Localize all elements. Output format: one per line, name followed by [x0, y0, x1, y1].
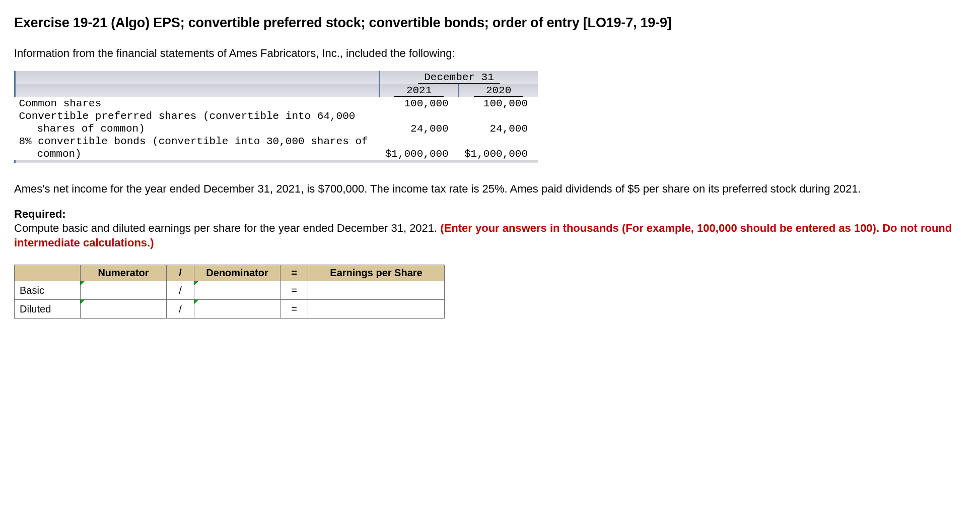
date-header: December 31	[418, 72, 500, 84]
row-common-2020: 100,000	[459, 97, 538, 110]
required-label: Required:	[14, 208, 966, 221]
intro-paragraph: Information from the financial statement…	[14, 47, 966, 60]
diluted-numerator-input[interactable]	[81, 300, 167, 319]
row-pref-2021: 24,000	[379, 122, 458, 135]
row-bond-2020: $1,000,000	[459, 148, 538, 160]
financial-data-table: December 31 2021 2020 Common shares 100,…	[14, 71, 538, 163]
exercise-title: Exercise 19-21 (Algo) EPS; convertible p…	[14, 15, 966, 31]
row-diluted-label: Diluted	[15, 300, 81, 319]
row-pref-label-2: shares of common)	[15, 122, 380, 135]
row-basic-label: Basic	[15, 281, 81, 300]
diluted-eps-output	[308, 300, 445, 319]
year-2021: 2021	[394, 85, 444, 97]
required-text-plain: Compute basic and diluted earnings per s…	[14, 222, 440, 234]
row-common-label: Common shares	[15, 97, 380, 110]
hdr-divide: /	[167, 265, 194, 281]
row-common-2021: 100,000	[379, 97, 458, 110]
diluted-denominator-input[interactable]	[194, 300, 281, 319]
basic-denominator-input[interactable]	[194, 281, 281, 300]
hdr-numerator: Numerator	[81, 265, 167, 281]
netincome-paragraph: Ames's net income for the year ended Dec…	[14, 181, 966, 197]
basic-divide: /	[167, 281, 194, 300]
hdr-denominator: Denominator	[194, 265, 281, 281]
diluted-divide: /	[167, 300, 194, 319]
row-bond-label-1: 8% convertible bonds (convertible into 3…	[15, 135, 380, 148]
row-pref-2020: 24,000	[459, 122, 538, 135]
year-2020: 2020	[474, 85, 523, 97]
hdr-equals: =	[281, 265, 308, 281]
basic-equals: =	[281, 281, 308, 300]
diluted-equals: =	[281, 300, 308, 319]
row-pref-label-1: Convertible preferred shares (convertibl…	[15, 110, 380, 122]
answer-table: Numerator / Denominator = Earnings per S…	[14, 265, 445, 319]
required-text: Compute basic and diluted earnings per s…	[14, 221, 966, 250]
row-bond-label-2: common)	[15, 148, 380, 160]
basic-numerator-input[interactable]	[81, 281, 167, 300]
hdr-eps: Earnings per Share	[308, 265, 445, 281]
basic-eps-output	[308, 281, 445, 300]
row-bond-2021: $1,000,000	[379, 148, 458, 160]
